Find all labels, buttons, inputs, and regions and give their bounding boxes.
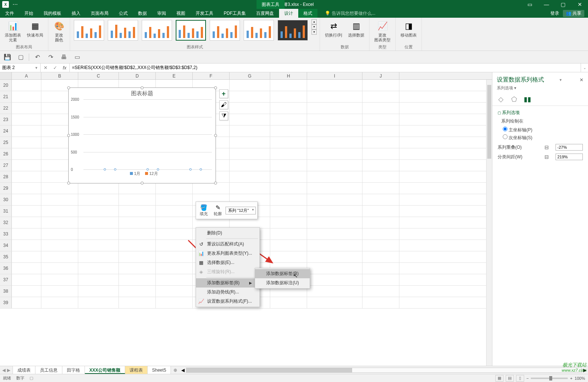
cell[interactable]	[307, 171, 362, 182]
row-header-20[interactable]: 20	[0, 80, 12, 91]
cell[interactable]	[362, 263, 399, 274]
cell[interactable]	[78, 251, 119, 262]
cell[interactable]	[307, 148, 362, 159]
series-options-tab-icon[interactable]: ▮▮	[523, 95, 532, 103]
cell[interactable]	[119, 263, 156, 274]
cell[interactable]	[156, 206, 193, 217]
page-break-view-button[interactable]: ▯	[516, 375, 524, 382]
resize-handle[interactable]	[67, 86, 70, 89]
cell[interactable]	[307, 194, 362, 205]
cell[interactable]	[156, 240, 193, 251]
chart-style-6[interactable]	[244, 20, 274, 41]
outline-button[interactable]: ✎ 轮廓	[212, 203, 224, 217]
row-header-35[interactable]: 35	[0, 251, 12, 262]
tab-review[interactable]: 审阅	[152, 9, 171, 18]
cell[interactable]	[12, 148, 41, 159]
col-header-H[interactable]: H	[270, 72, 307, 79]
cell[interactable]	[12, 160, 41, 171]
select-all-corner[interactable]	[0, 72, 12, 79]
cell[interactable]	[362, 125, 399, 137]
style-more-button[interactable]: ▾	[312, 30, 317, 35]
cell[interactable]	[230, 114, 270, 125]
qat-btn5[interactable]: 🖶	[59, 52, 69, 62]
chart-styles-button[interactable]: 🖌	[219, 100, 228, 109]
chart-legend[interactable]: 1月 12月	[69, 169, 216, 178]
ctx-item-2[interactable]: 📊更改系列图表类型(Y)...	[196, 249, 259, 258]
chart-filter-button[interactable]: ⧩	[219, 111, 228, 120]
undo-icon[interactable]: ↶	[32, 52, 42, 62]
style-scroll-up[interactable]: ▴	[312, 19, 317, 24]
zoom-value[interactable]: 100%	[575, 376, 585, 381]
cell[interactable]	[41, 228, 78, 240]
secondary-axis-input[interactable]	[503, 134, 508, 139]
normal-view-button[interactable]: ▦	[495, 375, 503, 382]
cell[interactable]	[78, 228, 119, 240]
row-header-32[interactable]: 32	[0, 217, 12, 228]
cell[interactable]	[156, 297, 193, 308]
cell[interactable]	[362, 274, 399, 285]
cell[interactable]	[362, 171, 399, 182]
cell[interactable]	[362, 206, 399, 217]
cell[interactable]	[78, 297, 119, 308]
row-header-23[interactable]: 23	[0, 114, 12, 125]
cell[interactable]	[270, 228, 307, 240]
chart-style-7[interactable]	[278, 20, 308, 41]
cell[interactable]	[12, 80, 41, 91]
formula-expand-icon[interactable]: ⌄	[581, 63, 588, 72]
chart-plot-area[interactable]: 0500100015002000	[83, 99, 212, 169]
cell[interactable]	[230, 148, 270, 159]
sheet-tab-4[interactable]: 课程表	[125, 366, 148, 374]
gap-slider-icon[interactable]: ⊟	[544, 154, 553, 160]
maximize-button[interactable]: ▢	[555, 0, 571, 9]
cell[interactable]	[193, 183, 230, 194]
page-layout-view-button[interactable]: ▤	[506, 375, 514, 382]
cell[interactable]	[156, 228, 193, 240]
row-header-38[interactable]: 38	[0, 286, 12, 297]
cell[interactable]	[230, 183, 270, 194]
chart-style-3[interactable]	[142, 20, 172, 41]
cell[interactable]	[307, 240, 362, 251]
nav-prev-icon[interactable]: ◀	[2, 368, 6, 373]
horizontal-scrollbar[interactable]: ◀ ▶	[180, 366, 588, 374]
cell[interactable]	[12, 194, 41, 205]
add-chart-element-button[interactable]: 📊 添加图表 元素	[3, 19, 23, 44]
zoom-in-button[interactable]: +	[570, 376, 572, 381]
cell[interactable]	[156, 286, 193, 297]
row-header-21[interactable]: 21	[0, 91, 12, 102]
sheet-tab-1[interactable]: 员工信息	[35, 366, 62, 374]
cell[interactable]	[12, 206, 41, 217]
cell[interactable]	[307, 274, 362, 285]
cell[interactable]	[78, 274, 119, 285]
cell[interactable]	[307, 137, 362, 148]
cell[interactable]	[307, 251, 362, 262]
chart-title[interactable]: 图表标题	[69, 88, 216, 99]
cell[interactable]	[12, 286, 41, 297]
cell[interactable]	[362, 240, 399, 251]
tab-format[interactable]: 格式	[298, 9, 317, 18]
pane-close-icon[interactable]: ✕	[580, 77, 584, 83]
hscroll-thumb[interactable]	[186, 368, 352, 372]
accept-formula-icon[interactable]: ✓	[50, 65, 60, 70]
row-header-34[interactable]: 34	[0, 240, 12, 251]
ctx-item-3[interactable]: ▦选择数据(E)...	[196, 258, 259, 267]
cell[interactable]	[362, 103, 399, 114]
cell[interactable]	[41, 240, 78, 251]
spreadsheet-grid[interactable]: ABCDEFGHIJ 20212223242526272829303132333…	[0, 72, 492, 366]
cell[interactable]	[41, 274, 78, 285]
redo-icon[interactable]: ↷	[45, 52, 56, 62]
cell[interactable]	[307, 103, 362, 114]
cell[interactable]	[41, 251, 78, 262]
row-header-33[interactable]: 33	[0, 228, 12, 240]
cell[interactable]	[270, 148, 307, 159]
cell[interactable]	[307, 217, 362, 228]
overlap-slider-icon[interactable]: ⊟	[544, 144, 553, 150]
gap-input[interactable]	[556, 154, 583, 160]
cell[interactable]	[230, 103, 270, 114]
cell[interactable]	[78, 240, 119, 251]
zoom-out-button[interactable]: −	[526, 376, 529, 381]
cell[interactable]	[270, 137, 307, 148]
fill-button[interactable]: 🪣 填充	[197, 203, 210, 217]
sheet-tab-2[interactable]: 田字格	[62, 366, 85, 374]
col-header-A[interactable]: A	[12, 72, 41, 79]
cell[interactable]	[12, 297, 41, 308]
